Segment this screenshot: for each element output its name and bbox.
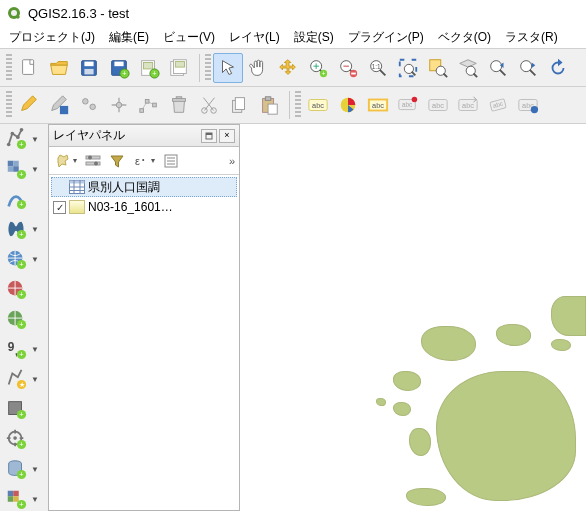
svg-rect-37 [145, 100, 149, 104]
toolbar-grip-icon[interactable] [295, 91, 301, 119]
expand-chevron-icon[interactable]: » [229, 155, 235, 167]
pan-to-selection-button[interactable] [273, 53, 303, 83]
refresh-button[interactable] [543, 53, 573, 83]
node-tool-button[interactable] [134, 90, 164, 120]
diagram-button[interactable] [333, 90, 363, 120]
pin-label-button[interactable]: abc [393, 90, 423, 120]
label-abc-button[interactable]: abc [303, 90, 333, 120]
close-icon[interactable]: × [219, 129, 235, 143]
add-vector-layer-button[interactable]: + [2, 126, 30, 152]
move-feature-button[interactable] [104, 90, 134, 120]
menu-layer[interactable]: レイヤ(L) [222, 27, 287, 48]
dropdown-icon[interactable]: ▼ [30, 156, 40, 182]
new-shapefile-button[interactable]: ★ [2, 366, 30, 392]
menu-vector[interactable]: ベクタ(O) [431, 27, 498, 48]
save-edits-button[interactable] [44, 90, 74, 120]
dropdown-icon[interactable]: ▼ [30, 126, 40, 152]
layers-panel: レイヤパネル × ▾ ε•▾ » 県別人口国調 ✓ N03-16_1601… [48, 124, 240, 511]
layer-visibility-checkbox[interactable]: ✓ [53, 201, 66, 214]
svg-text:+: + [19, 350, 23, 359]
map-canvas[interactable] [240, 124, 586, 511]
open-project-button[interactable] [44, 53, 74, 83]
layer-row[interactable]: ✓ N03-16_1601… [51, 197, 237, 217]
svg-rect-109 [8, 496, 14, 502]
paste-button[interactable] [254, 90, 284, 120]
zoom-layer-button[interactable] [453, 53, 483, 83]
menu-project[interactable]: プロジェクト(J) [2, 27, 102, 48]
menu-edit[interactable]: 編集(E) [102, 27, 156, 48]
svg-rect-108 [13, 491, 19, 497]
menu-raster[interactable]: ラスタ(R) [498, 27, 565, 48]
dropdown-icon[interactable]: ▼ [30, 336, 40, 362]
svg-point-67 [11, 132, 15, 136]
layers-tree[interactable]: 県別人口国調 ✓ N03-16_1601… [49, 175, 239, 510]
add-feature-button[interactable] [74, 90, 104, 120]
layers-panel-titlebar[interactable]: レイヤパネル × [49, 125, 239, 147]
toggle-editing-button[interactable] [14, 90, 44, 120]
dropdown-icon[interactable]: ▼ [30, 366, 40, 392]
zoom-in-button[interactable]: + [303, 53, 333, 83]
dropdown-icon[interactable]: ▼ [30, 246, 40, 272]
new-composer-button[interactable]: + [134, 53, 164, 83]
menubar: プロジェクト(J) 編集(E) ビュー(V) レイヤ(L) 設定(S) プラグイ… [0, 26, 586, 48]
svg-rect-2 [23, 59, 34, 74]
delete-selected-button[interactable] [164, 90, 194, 120]
svg-text:+: + [19, 440, 23, 449]
change-label-button[interactable]: abc [513, 90, 543, 120]
pan-button[interactable] [243, 53, 273, 83]
filter-visible-button[interactable] [83, 151, 103, 171]
undock-icon[interactable] [201, 129, 217, 143]
add-spatialite-button[interactable]: + [2, 186, 30, 212]
toolbar-grip-icon[interactable] [6, 54, 12, 82]
svg-point-33 [83, 99, 89, 105]
add-delimited-text-button[interactable]: 9,+ [2, 336, 30, 362]
move-label-button[interactable]: abc [453, 90, 483, 120]
svg-rect-38 [153, 103, 157, 107]
zoom-out-button[interactable] [333, 53, 363, 83]
toolbar-grip-icon[interactable] [6, 91, 12, 119]
add-wfs-button[interactable]: + [2, 306, 30, 332]
add-oracle-button[interactable]: + [2, 456, 30, 482]
menu-plugins[interactable]: プラグイン(P) [341, 27, 431, 48]
zoom-last-button[interactable] [483, 53, 513, 83]
dropdown-icon[interactable]: ▾ [151, 156, 155, 165]
expand-all-button[interactable] [161, 151, 181, 171]
dropdown-icon[interactable]: ▼ [30, 456, 40, 482]
toolbar-edit-label: abc abc abc abc abc abc abc [0, 86, 586, 124]
new-geopackage-button[interactable]: + [2, 396, 30, 422]
cut-button[interactable] [194, 90, 224, 120]
show-hide-label-button[interactable]: abc [423, 90, 453, 120]
zoom-next-button[interactable] [513, 53, 543, 83]
new-project-button[interactable] [14, 53, 44, 83]
svg-text:+: + [19, 410, 23, 419]
add-virtual-layer-button[interactable]: + [2, 486, 30, 511]
save-project-button[interactable] [74, 53, 104, 83]
rotate-label-button[interactable]: abc [483, 90, 513, 120]
add-wcs-button[interactable]: + [2, 276, 30, 302]
zoom-full-button[interactable] [393, 53, 423, 83]
style-preset-button[interactable] [53, 151, 73, 171]
svg-rect-44 [235, 98, 244, 110]
composer-manager-button[interactable] [164, 53, 194, 83]
expression-button[interactable]: ε• [131, 151, 151, 171]
pointer-button[interactable] [213, 53, 243, 83]
dropdown-icon[interactable]: ▼ [30, 216, 40, 242]
save-as-button[interactable]: + [104, 53, 134, 83]
add-raster-layer-button[interactable]: + [2, 156, 30, 182]
add-postgis-button[interactable]: + [2, 216, 30, 242]
svg-point-101 [13, 436, 17, 440]
dropdown-icon[interactable]: ▼ [30, 486, 40, 511]
zoom-native-button[interactable]: 1:1 [363, 53, 393, 83]
menu-settings[interactable]: 設定(S) [287, 27, 341, 48]
dropdown-icon[interactable]: ▾ [73, 156, 77, 165]
add-gps-button[interactable]: + [2, 426, 30, 452]
menu-view[interactable]: ビュー(V) [156, 27, 222, 48]
svg-text:abc: abc [402, 101, 413, 108]
add-wms-button[interactable]: + [2, 246, 30, 272]
filter-button[interactable] [107, 151, 127, 171]
highlight-label-button[interactable]: abc [363, 90, 393, 120]
zoom-selection-button[interactable] [423, 53, 453, 83]
layer-row[interactable]: 県別人口国調 [51, 177, 237, 197]
toolbar-grip-icon[interactable] [205, 54, 211, 82]
copy-button[interactable] [224, 90, 254, 120]
